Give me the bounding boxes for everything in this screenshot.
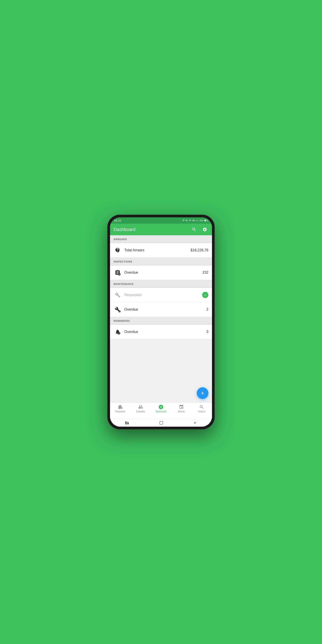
fab-add-button[interactable] xyxy=(197,387,208,399)
settings-button[interactable] xyxy=(201,226,208,233)
battery-indicator xyxy=(204,219,208,222)
phone-outer: 16:31 4G xyxy=(107,215,215,429)
nav-contacts-label: Contacts xyxy=(136,410,145,413)
svg-rect-12 xyxy=(125,421,126,424)
phone-device: 16:31 4G xyxy=(107,215,215,429)
home-button[interactable] xyxy=(159,421,163,425)
section-reminders-title: REMINDERS xyxy=(114,320,130,322)
list-item-total-arrears[interactable]: Total Arrears $18,226.76 xyxy=(110,243,212,258)
calendar-icon xyxy=(179,404,184,410)
total-arrears-value: $18,226.76 xyxy=(190,248,208,252)
section-arrears-header: ARREARS xyxy=(110,235,212,243)
mute-icon xyxy=(186,219,188,222)
total-arrears-label: Total Arrears xyxy=(124,248,190,252)
reminders-overdue-label: Overdue xyxy=(124,330,206,334)
status-time: 16:31 xyxy=(114,219,122,222)
system-nav xyxy=(110,418,212,427)
reminders-overdue-value: 3 xyxy=(206,330,208,334)
network-type-icon: 4G xyxy=(192,219,195,222)
section-inspections-title: INSPECTIONS xyxy=(114,260,132,263)
maintenance-requested-label: Requested xyxy=(124,293,202,297)
nav-item-events[interactable]: Events xyxy=(171,404,192,413)
recents-button[interactable] xyxy=(125,421,129,425)
search-button[interactable] xyxy=(190,226,198,233)
content-area: ARREARS Total Arrears $18,226.76 INSPECT… xyxy=(110,235,212,402)
bottom-nav: Properties Contacts Dashboard xyxy=(110,402,212,418)
svg-rect-3 xyxy=(204,220,206,221)
section-reminders-header: REMINDERS xyxy=(110,317,212,325)
nav-properties-label: Properties xyxy=(115,410,126,413)
bell-warning-icon xyxy=(114,328,122,336)
section-maintenance-title: MAINTENANCE xyxy=(114,283,134,285)
phone-inner: 16:31 4G xyxy=(110,217,212,427)
nav-item-dashboard[interactable]: Dashboard xyxy=(151,404,171,413)
nav-item-properties[interactable]: Properties xyxy=(110,404,130,413)
svg-rect-10 xyxy=(119,334,120,334)
wrench-icon xyxy=(114,291,122,299)
status-bar: 16:31 4G xyxy=(110,217,212,224)
wifi-icon xyxy=(189,219,192,222)
alarm-icon xyxy=(182,219,185,222)
section-maintenance-header: MAINTENANCE xyxy=(110,280,212,288)
section-arrears-title: ARREARS xyxy=(114,238,127,240)
signal-icon xyxy=(196,219,198,222)
nav-events-label: Events xyxy=(178,410,185,413)
people-icon xyxy=(138,404,143,410)
svg-rect-15 xyxy=(160,421,163,424)
nav-item-contacts[interactable]: Contacts xyxy=(130,404,151,413)
svg-rect-7 xyxy=(120,312,120,312)
section-inspections-header: INSPECTIONS xyxy=(110,258,212,266)
status-icons: 4G 33% xyxy=(182,219,208,222)
nav-dashboard-label: Dashboard xyxy=(156,410,166,413)
inspections-overdue-label: Overdue xyxy=(124,270,202,274)
svg-rect-14 xyxy=(128,422,129,424)
nav-item-search[interactable]: Search xyxy=(192,404,212,413)
wrench-warning-icon xyxy=(114,306,122,314)
nav-search-label: Search xyxy=(198,410,206,413)
check-icon xyxy=(202,292,208,298)
svg-point-4 xyxy=(118,273,120,276)
dashboard-icon xyxy=(158,404,164,410)
clipboard-warning-icon xyxy=(114,268,122,276)
building-icon xyxy=(118,404,123,410)
back-button[interactable] xyxy=(194,421,197,425)
empty-area xyxy=(110,339,212,402)
app-title: Dashboard xyxy=(114,227,136,232)
list-item-maintenance-overdue[interactable]: Overdue 2 xyxy=(110,302,212,317)
inspections-overdue-value: 232 xyxy=(202,270,208,274)
list-item-reminders-overdue[interactable]: Overdue 3 xyxy=(110,325,212,339)
maintenance-overdue-value: 2 xyxy=(206,308,208,312)
app-bar-actions xyxy=(190,226,208,233)
search-nav-icon xyxy=(199,404,204,410)
money-icon xyxy=(114,246,122,254)
list-item-inspections-overdue[interactable]: Overdue 232 xyxy=(110,266,212,280)
app-bar: Dashboard xyxy=(110,224,212,235)
list-item-maintenance-requested[interactable]: Requested xyxy=(110,288,212,302)
maintenance-overdue-label: Overdue xyxy=(124,308,206,312)
svg-rect-6 xyxy=(120,311,120,312)
svg-rect-13 xyxy=(126,422,128,424)
svg-rect-9 xyxy=(119,333,120,334)
battery-icon: 33% xyxy=(200,219,204,222)
